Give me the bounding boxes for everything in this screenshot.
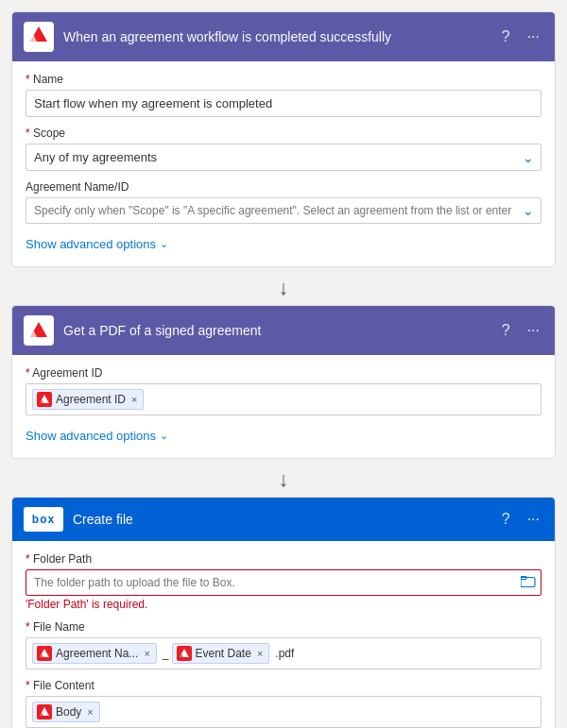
file-name-tag1-icon xyxy=(37,646,52,661)
file-content-field-group: * File Content Body × xyxy=(26,679,541,728)
pdf-help-button[interactable]: ? xyxy=(498,320,514,341)
file-name-tag1: Agreement Na... × xyxy=(32,643,157,664)
trigger-card-header: When an agreement workflow is completed … xyxy=(12,12,555,61)
file-name-tag2-icon xyxy=(177,646,192,661)
agreement-id-input[interactable] xyxy=(26,197,541,224)
pdf-card-body: * Agreement ID Agreement ID × Show advan… xyxy=(12,355,555,458)
trigger-help-button[interactable]: ? xyxy=(498,26,514,47)
agreement-id-label: Agreement Name/ID xyxy=(26,180,541,194)
pdf-show-advanced-button[interactable]: Show advanced options ⌄ xyxy=(26,425,168,447)
file-content-tag-icon xyxy=(37,704,52,720)
trigger-show-advanced-button[interactable]: Show advanced options ⌄ xyxy=(26,233,168,255)
folder-path-error: 'Folder Path' is required. xyxy=(26,598,541,611)
pdf-agreement-id-field-group: * Agreement ID Agreement ID × xyxy=(26,366,541,415)
adobe-icon-pdf xyxy=(24,315,54,346)
name-input[interactable] xyxy=(26,90,541,117)
folder-path-label: * Folder Path xyxy=(26,552,541,566)
file-name-tag2-close[interactable]: × xyxy=(257,648,263,659)
box-logo-icon: box xyxy=(24,507,63,532)
agreement-id-field-group: Agreement Name/ID ⌄ xyxy=(26,180,541,224)
file-name-field-group: * File Name Agreement Na... × _ xyxy=(26,620,541,669)
pdf-card-title: Get a PDF of a signed agreement xyxy=(63,323,498,338)
connector-arrow-1: ↓ xyxy=(11,271,556,305)
box-card: box Create file ? ··· * Folder Path xyxy=(11,497,556,728)
adobe-icon-trigger xyxy=(24,22,54,52)
file-content-label: * File Content xyxy=(26,679,541,692)
folder-path-input[interactable] xyxy=(26,569,541,596)
pdf-card-actions: ? ··· xyxy=(498,320,543,341)
file-name-label: * File Name xyxy=(26,620,541,634)
show-advanced-chevron-icon: ⌄ xyxy=(160,238,168,250)
scope-select[interactable]: Any of my agreements xyxy=(26,144,541,171)
pdf-tag-adobe-icon xyxy=(37,392,52,407)
agreement-id-wrapper: ⌄ xyxy=(26,197,541,224)
pdf-card: Get a PDF of a signed agreement ? ··· * … xyxy=(11,305,556,459)
box-more-button[interactable]: ··· xyxy=(524,509,543,530)
pdf-agreement-id-tag: Agreement ID × xyxy=(32,389,144,410)
folder-path-field-group: * Folder Path 'Folder Path' is required. xyxy=(26,552,541,611)
scope-select-wrapper: Any of my agreements ⌄ xyxy=(26,144,541,171)
file-content-tag: Body × xyxy=(32,702,100,722)
box-card-header: box Create file ? ··· xyxy=(12,498,555,541)
connector-arrow-2: ↓ xyxy=(11,463,556,497)
file-content-field[interactable]: Body × xyxy=(26,696,541,728)
box-card-title: Create file xyxy=(73,512,498,527)
file-name-extension: .pdf xyxy=(275,647,294,660)
scope-field-group: * Scope Any of my agreements ⌄ xyxy=(26,127,541,171)
file-name-field[interactable]: Agreement Na... × _ Event Date × .pdf xyxy=(26,637,541,669)
pdf-more-button[interactable]: ··· xyxy=(524,320,543,341)
pdf-card-header: Get a PDF of a signed agreement ? ··· xyxy=(12,306,555,355)
pdf-agreement-id-tag-close[interactable]: × xyxy=(131,394,137,405)
trigger-card-body: * Name * Scope Any of my agreements ⌄ Ag… xyxy=(12,61,555,266)
box-help-button[interactable]: ? xyxy=(498,509,514,530)
folder-path-wrapper xyxy=(26,569,541,596)
file-content-tag-close[interactable]: × xyxy=(87,706,93,718)
file-name-tag1-close[interactable]: × xyxy=(144,648,149,659)
folder-browse-button[interactable] xyxy=(521,575,536,591)
name-field-group: * Name xyxy=(26,73,541,117)
trigger-card-title: When an agreement workflow is completed … xyxy=(63,29,498,44)
scope-label: * Scope xyxy=(26,127,541,140)
file-name-tag2: Event Date × xyxy=(172,643,270,664)
box-card-actions: ? ··· xyxy=(498,509,543,530)
pdf-agreement-id-label: * Agreement ID xyxy=(26,366,541,380)
pdf-agreement-id-field[interactable]: Agreement ID × xyxy=(26,383,541,415)
trigger-more-button[interactable]: ··· xyxy=(524,26,543,47)
trigger-card: When an agreement workflow is completed … xyxy=(11,11,556,267)
name-label: * Name xyxy=(26,73,541,86)
file-name-separator: _ xyxy=(163,647,169,660)
pdf-show-advanced-chevron-icon: ⌄ xyxy=(160,430,168,442)
box-card-body: * Folder Path 'Folder Path' is required.… xyxy=(12,541,555,728)
trigger-card-actions: ? ··· xyxy=(498,26,543,47)
